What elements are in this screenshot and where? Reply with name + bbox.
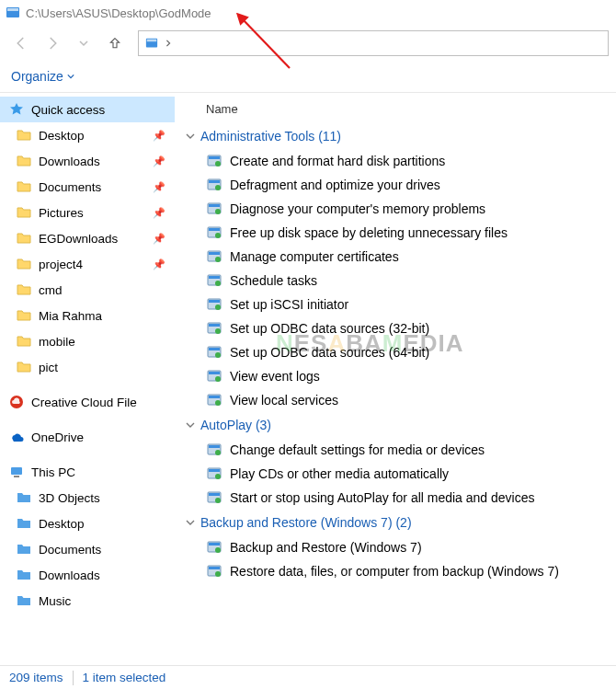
list-item[interactable]: Defragment and optimize your drives bbox=[182, 173, 616, 197]
pin-icon: 📌 bbox=[153, 130, 165, 142]
navigation-bar bbox=[0, 26, 616, 61]
svg-point-19 bbox=[215, 233, 221, 238]
sidebar-item-label: Downloads bbox=[39, 568, 100, 582]
list-item[interactable]: View local services bbox=[182, 388, 616, 412]
chevron-down-icon bbox=[186, 420, 195, 430]
svg-point-16 bbox=[215, 209, 221, 214]
sidebar-item[interactable]: 3D Objects bbox=[0, 485, 175, 511]
group-header[interactable]: Administrative Tools (11) bbox=[182, 123, 616, 149]
sidebar-item-label: pict bbox=[39, 361, 58, 374]
list-item-label: Set up ODBC data sources (32-bit) bbox=[230, 321, 429, 336]
list-item[interactable]: Play CDs or other media automatically bbox=[182, 462, 616, 486]
control-panel-item-icon bbox=[206, 248, 222, 265]
up-button[interactable] bbox=[101, 29, 129, 57]
list-item-label: Restore data, files, or computer from ba… bbox=[230, 564, 559, 579]
list-item[interactable]: Schedule tasks bbox=[182, 269, 616, 293]
history-dropdown[interactable] bbox=[70, 29, 97, 57]
status-selected: 1 item selected bbox=[83, 671, 166, 684]
folder-icon bbox=[17, 257, 31, 271]
sidebar-item[interactable]: EGDownloads 📌 bbox=[0, 225, 175, 251]
svg-point-40 bbox=[215, 400, 221, 406]
control-panel-item-icon bbox=[206, 368, 222, 385]
svg-rect-1 bbox=[7, 8, 18, 11]
svg-rect-30 bbox=[209, 324, 220, 327]
forward-button[interactable] bbox=[39, 29, 66, 57]
list-item[interactable]: Set up ODBC data sources (64-bit) bbox=[182, 340, 616, 364]
folder-icon bbox=[17, 568, 31, 582]
back-button[interactable] bbox=[7, 29, 35, 57]
list-item-label: Backup and Restore (Windows 7) bbox=[230, 540, 422, 555]
svg-rect-18 bbox=[209, 228, 220, 231]
sidebar-item[interactable]: mobile bbox=[0, 328, 175, 354]
sidebar-item[interactable]: Desktop 📌 bbox=[0, 122, 175, 148]
list-item-label: Start or stop using AutoPlay for all med… bbox=[230, 490, 535, 505]
sidebar-creative-cloud[interactable]: Creative Cloud File bbox=[0, 389, 175, 415]
navigation-pane[interactable]: Quick access Desktop 📌 Downloads 📌 Docum… bbox=[0, 93, 175, 665]
sidebar-item[interactable]: Documents 📌 bbox=[0, 174, 175, 200]
window-titlebar: C:\Users\ASUS\Desktop\GodMode bbox=[0, 0, 616, 26]
sidebar-item[interactable]: Desktop bbox=[0, 511, 175, 536]
list-item[interactable]: Start or stop using AutoPlay for all med… bbox=[182, 486, 616, 510]
sidebar-item-label: Desktop bbox=[39, 129, 85, 143]
list-item[interactable]: Set up ODBC data sources (32-bit) bbox=[182, 316, 616, 340]
list-item-label: Diagnose your computer's memory problems bbox=[230, 201, 485, 216]
list-item[interactable]: Free up disk space by deleting unnecessa… bbox=[182, 221, 616, 245]
list-item[interactable]: View event logs bbox=[182, 364, 616, 388]
control-panel-icon bbox=[6, 6, 20, 20]
chevron-down-icon bbox=[186, 132, 195, 141]
sidebar-item[interactable]: cmd bbox=[0, 277, 175, 303]
svg-rect-24 bbox=[209, 276, 220, 279]
sidebar-item[interactable]: Music bbox=[0, 588, 175, 614]
group-header[interactable]: Backup and Restore (Windows 7) (2) bbox=[182, 510, 616, 535]
control-panel-item-icon bbox=[206, 344, 222, 361]
svg-rect-4 bbox=[147, 40, 157, 42]
folder-icon bbox=[17, 128, 31, 143]
sidebar-item-label: Creative Cloud File bbox=[31, 396, 137, 409]
control-panel-item-icon bbox=[206, 320, 222, 337]
svg-rect-48 bbox=[209, 493, 220, 496]
group-title: AutoPlay (3) bbox=[200, 418, 271, 432]
sidebar-item-label: Desktop bbox=[39, 517, 85, 531]
list-item-label: View event logs bbox=[230, 369, 320, 384]
sidebar-item[interactable]: project4 📌 bbox=[0, 251, 175, 277]
sidebar-item-label: Downloads bbox=[39, 155, 100, 168]
folder-icon bbox=[17, 490, 31, 505]
sidebar-quick-access[interactable]: Quick access bbox=[0, 97, 175, 122]
sidebar-item[interactable]: Mia Rahma bbox=[0, 303, 175, 328]
svg-point-34 bbox=[215, 352, 221, 358]
sidebar-item[interactable]: Downloads bbox=[0, 562, 175, 588]
sidebar-item[interactable]: pict bbox=[0, 354, 175, 380]
svg-rect-33 bbox=[209, 348, 220, 350]
list-item-label: Create and format hard disk partitions bbox=[230, 154, 445, 168]
svg-rect-9 bbox=[209, 156, 220, 159]
control-panel-item-icon bbox=[206, 224, 222, 241]
sidebar-item-label: Quick access bbox=[31, 103, 105, 117]
organize-button[interactable]: Organize bbox=[11, 69, 74, 84]
sidebar-item[interactable]: Downloads 📌 bbox=[0, 148, 175, 174]
list-item[interactable]: Restore data, files, or computer from ba… bbox=[182, 559, 616, 583]
list-item[interactable]: Set up iSCSI initiator bbox=[182, 293, 616, 316]
list-item[interactable]: Diagnose your computer's memory problems bbox=[182, 197, 616, 221]
organize-label: Organize bbox=[11, 69, 63, 84]
address-bar[interactable] bbox=[138, 30, 609, 56]
this-pc-icon bbox=[9, 465, 24, 479]
list-item[interactable]: Backup and Restore (Windows 7) bbox=[182, 535, 616, 559]
column-header-name[interactable]: Name bbox=[182, 98, 616, 123]
list-item-label: Manage computer certificates bbox=[230, 249, 399, 264]
list-item[interactable]: Manage computer certificates bbox=[182, 245, 616, 269]
sidebar-onedrive[interactable]: OneDrive bbox=[0, 424, 175, 450]
svg-rect-36 bbox=[209, 372, 220, 374]
divider bbox=[73, 671, 74, 685]
list-item-label: Schedule tasks bbox=[230, 273, 317, 288]
list-item[interactable]: Change default settings for media or dev… bbox=[182, 438, 616, 462]
sidebar-this-pc[interactable]: This PC bbox=[0, 459, 175, 485]
group-header[interactable]: AutoPlay (3) bbox=[182, 412, 616, 438]
control-panel-item-icon bbox=[206, 442, 222, 458]
svg-point-22 bbox=[215, 257, 221, 262]
content-pane[interactable]: Name Administrative Tools (11)Create and… bbox=[175, 93, 616, 665]
sidebar-item[interactable]: Pictures 📌 bbox=[0, 200, 175, 225]
svg-rect-6 bbox=[11, 467, 22, 475]
control-panel-item-icon bbox=[206, 563, 222, 580]
list-item[interactable]: Create and format hard disk partitions bbox=[182, 149, 616, 173]
sidebar-item[interactable]: Documents bbox=[0, 536, 175, 562]
